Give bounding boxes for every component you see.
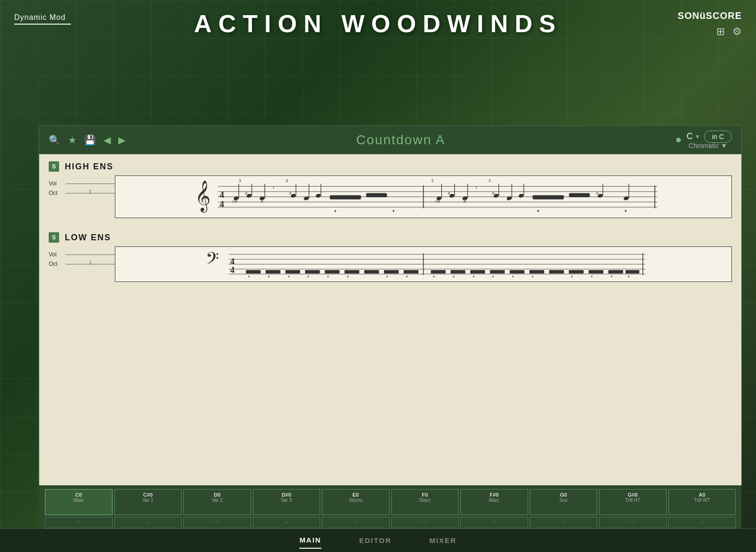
- plugin-panel: 🔍 ★ 💾 ◀ ▶ Countdown A C ▼ in C Chromatic: [39, 125, 742, 486]
- in-c-button[interactable]: in C: [704, 131, 732, 143]
- ind-ds0: " ": [253, 517, 321, 528]
- app-title: ACTION WOODWINDS: [194, 9, 562, 38]
- section-low-ens: S LOW ENS Vol — Oct I: [49, 232, 732, 282]
- low-ens-name: LOW ENS: [65, 233, 111, 243]
- mixer-icon[interactable]: ⊞: [716, 26, 725, 38]
- svg-text:▾: ▾: [473, 274, 475, 279]
- key-d0[interactable]: D0 Var 2: [183, 489, 251, 515]
- svg-rect-83: [364, 270, 379, 273]
- key-fs0-note: F#0: [490, 492, 499, 498]
- key-cs0[interactable]: C#0 Var 1: [114, 489, 182, 515]
- toolbar-left: 🔍 ★ 💾 ◀ ▶: [49, 134, 125, 146]
- svg-point-27: [315, 193, 322, 198]
- svg-text:▾: ▾: [453, 274, 455, 279]
- high-ens-name: HIGH ENS: [65, 162, 113, 172]
- svg-text:▾: ▾: [611, 274, 613, 279]
- svg-rect-84: [384, 270, 399, 273]
- prev-icon[interactable]: ◀: [104, 134, 111, 146]
- svg-rect-71: [246, 270, 261, 273]
- key-indicator-row: " " " " " " " " " " " " " " " " " " " ": [45, 517, 736, 528]
- svg-text:▾: ▾: [406, 274, 408, 279]
- search-icon[interactable]: 🔍: [49, 134, 61, 146]
- save-icon[interactable]: 💾: [84, 134, 96, 146]
- key-f0[interactable]: F0 Stacc: [391, 489, 459, 515]
- svg-text:▾: ▾: [347, 274, 349, 279]
- key-c0[interactable]: C0 Main: [45, 489, 113, 515]
- low-ens-vol-row: Vol —: [49, 251, 115, 258]
- svg-rect-29: [330, 195, 361, 200]
- key-d0-note: D0: [214, 492, 220, 498]
- svg-text:▾: ▾: [537, 209, 539, 213]
- tab-mixer[interactable]: MIXER: [429, 533, 457, 548]
- svg-rect-105: [608, 270, 623, 273]
- key-cs0-label: Var 1: [142, 498, 153, 503]
- key-ds0-note: D#0: [282, 492, 291, 498]
- key-scale-group: C ▼ in C Chromatic ▼: [686, 131, 732, 149]
- key-selector[interactable]: C ▼: [686, 131, 700, 141]
- svg-text:▾: ▾: [307, 274, 309, 279]
- key-value: C: [686, 131, 693, 141]
- svg-text:>#: >#: [435, 199, 441, 204]
- ind-a0: " ": [669, 517, 736, 528]
- svg-text:#: #: [448, 191, 450, 196]
- low-ens-oct-row: Oct I —: [49, 261, 115, 267]
- svg-text:𝄢: 𝄢: [206, 249, 219, 272]
- low-ens-controls: Vol — Oct I —: [49, 246, 115, 270]
- svg-text:𝄿: 𝄿: [476, 186, 478, 190]
- score-content: S HIGH ENS Vol — Oct I: [39, 154, 741, 485]
- high-ens-score-row: Vol — Oct I —: [49, 175, 732, 218]
- svg-text:>#: >#: [232, 199, 238, 204]
- key-fs0[interactable]: F#0 Marc: [461, 489, 528, 515]
- svg-text:▾: ▾: [493, 274, 495, 279]
- svg-text:4: 4: [230, 265, 235, 275]
- high-ens-controls: Vol — Oct I —: [49, 175, 115, 199]
- svg-text:#: #: [463, 199, 466, 204]
- svg-rect-88: [431, 270, 445, 273]
- svg-text:▾: ▾: [571, 274, 573, 279]
- svg-rect-103: [589, 270, 603, 273]
- ind-e0: " ": [322, 517, 390, 528]
- svg-point-50: [518, 193, 524, 198]
- svg-text:▾: ▾: [512, 274, 514, 279]
- key-g0-note: G0: [560, 492, 567, 498]
- key-c0-label: Main: [73, 498, 84, 503]
- key-ds0[interactable]: D#0 Var 3: [253, 489, 321, 515]
- bottom-tabs: MAIN EDITOR MIXER: [0, 528, 756, 552]
- key-a0-note: A0: [699, 492, 705, 498]
- scale-value: Chromatic: [688, 142, 719, 149]
- low-ens-vol-label: Vol: [49, 251, 62, 258]
- next-icon[interactable]: ▶: [118, 134, 125, 146]
- key-a0[interactable]: A0 Trill WT: [669, 489, 736, 515]
- low-ens-s-button[interactable]: S: [49, 232, 59, 243]
- svg-rect-52: [533, 195, 564, 200]
- high-ens-vol-row: Vol —: [49, 180, 115, 187]
- key-g0[interactable]: G0 Sus: [530, 489, 598, 515]
- svg-text:4: 4: [219, 189, 224, 200]
- svg-text:▾: ▾: [591, 274, 593, 279]
- key-dot: [676, 138, 681, 142]
- low-ens-score-row: Vol — Oct I —: [49, 246, 732, 282]
- preset-display: Countdown A: [125, 132, 676, 148]
- tab-editor[interactable]: EDITOR: [359, 533, 391, 548]
- svg-text:#: #: [596, 191, 599, 196]
- toolbar-right: C ▼ in C Chromatic ▼: [676, 131, 732, 149]
- key-e0-note: E0: [353, 492, 359, 498]
- key-d0-label: Var 2: [212, 498, 223, 503]
- toolbar: 🔍 ★ 💾 ◀ ▶ Countdown A C ▼ in C Chromatic: [39, 126, 741, 154]
- svg-rect-75: [286, 270, 300, 273]
- key-gs0[interactable]: G#0 Trill HT: [599, 489, 667, 515]
- key-a0-label: Trill WT: [694, 498, 710, 503]
- keys-top-row: C0 Main C#0 Var 1 D0 Var 2 D#0 Var 3 E0 …: [45, 489, 736, 515]
- high-ens-notation: 𝄞 4 4 ># 3: [115, 175, 732, 218]
- svg-text:▾: ▾: [386, 274, 388, 279]
- svg-rect-54: [569, 193, 590, 197]
- key-e0[interactable]: E0 Stcmo: [322, 489, 390, 515]
- svg-rect-73: [266, 270, 280, 273]
- scale-selector[interactable]: Chromatic ▼: [688, 142, 727, 149]
- star-icon[interactable]: ★: [68, 134, 77, 146]
- high-ens-s-button[interactable]: S: [49, 161, 59, 172]
- svg-text:▾: ▾: [288, 274, 290, 279]
- svg-text:𝄞: 𝄞: [195, 180, 211, 213]
- settings-icon[interactable]: ⚙: [732, 26, 742, 38]
- tab-main[interactable]: MAIN: [299, 532, 321, 549]
